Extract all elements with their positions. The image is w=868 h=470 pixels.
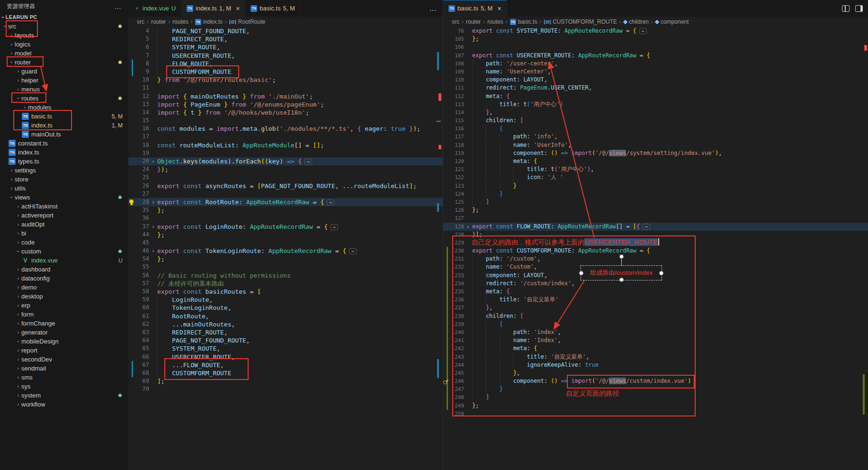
workspace-section-header[interactable]: › LEARUN PC bbox=[0, 12, 128, 22]
code-line-76[interactable]: 76export const SYSTEM_ROUTE: AppRouteRec… bbox=[443, 27, 868, 35]
tree-item-index.vue[interactable]: Vindex.vueU bbox=[0, 256, 128, 265]
code-line-26[interactable]: 26export const asyncRoutes = [PAGE_NOT_F… bbox=[128, 182, 443, 190]
code-line-126[interactable]: 126}; bbox=[443, 206, 868, 214]
tree-item-modules[interactable]: ›modules bbox=[0, 103, 128, 112]
code-line-35[interactable]: 35}; bbox=[128, 206, 443, 214]
tree-item-system[interactable]: ›system bbox=[0, 391, 128, 400]
code-line-108[interactable]: 108 path: '/user-center', bbox=[443, 60, 868, 68]
code-line-242[interactable]: 242 meta: { bbox=[443, 344, 868, 352]
code-line-245[interactable]: 245 }, bbox=[443, 369, 868, 377]
code-line-12[interactable]: 12import { mainOutRoutes } from './mainO… bbox=[128, 92, 443, 100]
breadcrumb-item-router[interactable]: router bbox=[151, 18, 166, 25]
breadcrumb-item-router[interactable]: router bbox=[466, 18, 481, 25]
tree-item-dataconfig[interactable]: ›dataconfig bbox=[0, 274, 128, 283]
tree-item-menus[interactable]: ›menus bbox=[0, 85, 128, 94]
code-line-115[interactable]: 115 children: [ bbox=[443, 117, 868, 125]
code-line-70[interactable]: 70 bbox=[128, 385, 443, 393]
tree-item-desktop[interactable]: ›desktop bbox=[0, 292, 128, 301]
tree-item-helper[interactable]: ›helper bbox=[0, 76, 128, 85]
code-line-68[interactable]: 68 CUSTOMFORM_ROUTE bbox=[128, 369, 443, 377]
tab-index.ts[interactable]: TSindex.ts1, M× bbox=[181, 0, 245, 17]
code-line-230[interactable]: 230export const CUSTOMFORM_ROUTE: AppRou… bbox=[443, 247, 868, 255]
tree-item-form[interactable]: ›form bbox=[0, 310, 128, 319]
code-line-46[interactable]: 46›export const TokenLoginRoute: AppRout… bbox=[128, 247, 443, 255]
tree-item-store[interactable]: ›store bbox=[0, 175, 128, 184]
more-actions-icon[interactable]: … bbox=[429, 4, 437, 13]
folded-code-placeholder[interactable]: ⋯ bbox=[327, 199, 334, 206]
breadcrumb-item-children[interactable]: children bbox=[624, 18, 649, 25]
tree-item-logics[interactable]: ›logics bbox=[0, 40, 128, 49]
folded-code-placeholder[interactable]: ⋯ bbox=[331, 224, 338, 230]
code-line-57[interactable]: 57// 未经许可的基本路由 bbox=[128, 280, 443, 288]
code-line-113[interactable]: 113 title: t('用户中心') bbox=[443, 100, 868, 108]
fold-chevron-icon[interactable]: › bbox=[464, 223, 472, 231]
tab-basic.ts[interactable]: TSbasic.ts5, M bbox=[245, 0, 300, 17]
code-line-241[interactable]: 241 name: 'Index', bbox=[443, 336, 868, 344]
code-line-232[interactable]: 232 name: 'Custom', bbox=[443, 263, 868, 271]
close-icon[interactable]: × bbox=[497, 5, 501, 12]
tree-item-mobileDesign[interactable]: ›mobileDesign bbox=[0, 337, 128, 346]
code-line-5[interactable]: 5 REDIRECT_ROUTE, bbox=[128, 35, 443, 43]
tab-basic.ts[interactable]: TSbasic.ts5, M× bbox=[443, 0, 507, 17]
code-line-60[interactable]: 60 TokenLoginRoute, bbox=[128, 304, 443, 312]
tree-item-auditOpt[interactable]: ›auditOpt bbox=[0, 220, 128, 229]
tree-item-dashboard[interactable]: ›dashboard bbox=[0, 265, 128, 274]
folded-code-placeholder[interactable]: ⋯ bbox=[304, 159, 312, 165]
tree-item-router[interactable]: ›router bbox=[0, 58, 128, 67]
more-actions-icon[interactable]: … bbox=[114, 2, 122, 10]
code-line-64[interactable]: 64 PAGE_NOT_FOUND_ROUTE, bbox=[128, 336, 443, 344]
code-line-9[interactable]: 9 CUSTOMFORM_ROUTE bbox=[128, 68, 443, 76]
code-line-125[interactable]: 125 ] bbox=[443, 198, 868, 206]
code-line-249[interactable]: 249}; bbox=[443, 402, 868, 410]
tree-item-routes[interactable]: ›routes bbox=[0, 94, 128, 103]
code-line-127[interactable]: 127 bbox=[443, 214, 868, 222]
code-line-56[interactable]: 56// Basic routing without permissions bbox=[128, 271, 443, 280]
code-line-13[interactable]: 13import { PageEnum } from '/@/enums/pag… bbox=[128, 100, 443, 108]
tree-item-secondDev[interactable]: ›secondDev bbox=[0, 355, 128, 364]
tree-item-demo[interactable]: ›demo bbox=[0, 283, 128, 292]
tree-item-generator[interactable]: ›generator bbox=[0, 328, 128, 337]
code-line-44[interactable]: 44}; bbox=[128, 231, 443, 239]
code-line-234[interactable]: 234 redirect: '/custom/index', bbox=[443, 280, 868, 288]
tree-item-settings[interactable]: ›settings bbox=[0, 166, 128, 175]
tree-item-basic.ts[interactable]: TSbasic.ts5, M bbox=[0, 112, 128, 121]
code-editor[interactable]: 76export const SYSTEM_ROUTE: AppRouteRec… bbox=[443, 27, 868, 470]
customize-layout-icon[interactable] bbox=[855, 5, 863, 12]
code-line-4[interactable]: 4 PAGE_NOT_FOUND_ROUTE, bbox=[128, 27, 443, 35]
tree-item-types.ts[interactable]: TStypes.ts bbox=[0, 157, 128, 166]
code-line-16[interactable]: 16const modules = import.meta.glob('./mo… bbox=[128, 125, 443, 133]
code-line-10[interactable]: 10} from '/@/router/routes/basic'; bbox=[128, 76, 443, 84]
breadcrumb-item-src[interactable]: src bbox=[137, 18, 144, 25]
breadcrumb-item-RootRoute[interactable]: [@]RootRoute bbox=[229, 18, 265, 25]
code-line-69[interactable]: 69]; bbox=[128, 377, 443, 385]
code-line-14[interactable]: 14import { t } from '/@/hooks/web/useI18… bbox=[128, 108, 443, 117]
lightbulb-icon[interactable] bbox=[129, 199, 134, 204]
breadcrumb-item-src[interactable]: src bbox=[452, 18, 459, 25]
code-line-25[interactable]: 25 bbox=[128, 173, 443, 181]
tree-item-src[interactable]: ›src bbox=[0, 22, 128, 31]
code-line-63[interactable]: 63 REDIRECT_ROUTE, bbox=[128, 328, 443, 336]
code-line-236[interactable]: 236 title: '自定义菜单' bbox=[443, 296, 868, 304]
folded-code-placeholder[interactable]: ⋯ bbox=[639, 28, 647, 34]
code-line-107[interactable]: 107export const USERCENTER_ROUTE: AppRou… bbox=[443, 52, 868, 60]
tree-item-report[interactable]: ›report bbox=[0, 346, 128, 355]
code-line-18[interactable]: 18const routeModuleList: AppRouteModule[… bbox=[128, 141, 443, 149]
code-line-45[interactable]: 45 bbox=[128, 239, 443, 247]
tree-item-sys[interactable]: ›sys bbox=[0, 382, 128, 391]
tree-item-constant.ts[interactable]: TSconstant.ts bbox=[0, 139, 128, 148]
tree-item-actHiTaskinst[interactable]: ›actHiTaskinst bbox=[0, 202, 128, 211]
code-line-124[interactable]: 124 } bbox=[443, 190, 868, 198]
breadcrumb-item-routes[interactable]: routes bbox=[172, 18, 188, 25]
tree-item-guard[interactable]: ›guard bbox=[0, 67, 128, 76]
code-line-37[interactable]: 37›export const LoginRoute: AppRouteReco… bbox=[128, 223, 443, 231]
code-line-59[interactable]: 59 LoginRoute, bbox=[128, 296, 443, 304]
code-line-8[interactable]: 8 FLOW_ROUTE, bbox=[128, 60, 443, 68]
code-line-114[interactable]: 114 }, bbox=[443, 108, 868, 117]
code-line-66[interactable]: 66 USERCENTER_ROUTE, bbox=[128, 353, 443, 361]
close-icon[interactable]: × bbox=[236, 5, 240, 12]
code-line-67[interactable]: 67 ...FLOW_ROUTE, bbox=[128, 361, 443, 369]
key-icon[interactable] bbox=[443, 378, 449, 384]
code-line-238[interactable]: 238 children: [ bbox=[443, 312, 868, 320]
code-line-122[interactable]: 122 icon: '人 ' bbox=[443, 173, 868, 181]
code-line-20[interactable]: 20›Object.keys(modules).forEach((key) =>… bbox=[128, 157, 443, 165]
